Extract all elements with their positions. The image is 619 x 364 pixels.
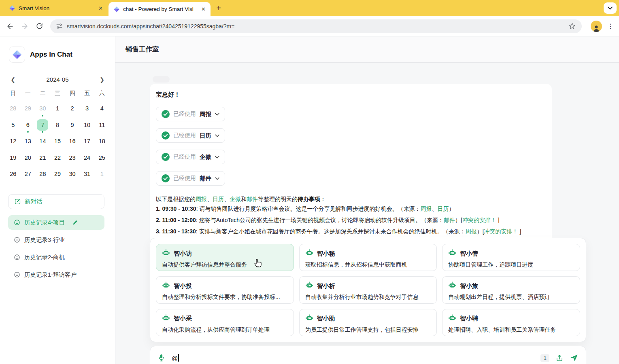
calendar-day[interactable]: 30	[65, 166, 80, 182]
calendar-day[interactable]: 29	[50, 166, 65, 182]
calendar-day[interactable]: 1	[50, 100, 65, 117]
agent-card[interactable]: 智小秘 获取招标信息，并从招标信息中获取商机	[299, 244, 437, 271]
close-icon[interactable]: ✕	[98, 5, 103, 11]
calendar-day[interactable]: 1	[94, 166, 109, 182]
calendar-day[interactable]: 13	[21, 133, 36, 150]
calendar-day[interactable]: 25	[94, 150, 109, 166]
back-icon[interactable]	[5, 21, 15, 32]
upload-icon[interactable]	[555, 354, 564, 362]
inline-link[interactable]: 日历	[213, 196, 224, 202]
agent-card[interactable]: 智小旅 自动规划出差日程，提供机票、酒店预订	[442, 276, 580, 303]
text-segment: ]	[518, 228, 521, 235]
browser-menu-icon[interactable]: ⋮	[607, 21, 614, 32]
calendar-day[interactable]: 15	[50, 133, 65, 150]
site-settings-icon[interactable]	[56, 23, 63, 30]
calendar-day[interactable]: 31	[80, 166, 95, 182]
mic-icon[interactable]	[157, 353, 165, 362]
calendar-day[interactable]: 16	[65, 133, 80, 150]
calendar-day[interactable]: 28	[6, 100, 21, 117]
inline-link[interactable]: 日历	[437, 205, 449, 212]
text-segment: 、	[224, 196, 230, 202]
calendar-day[interactable]: 28	[35, 166, 50, 182]
url-text: smartvision.dcclouds.com/appsinchat/2404…	[67, 23, 568, 30]
agent-card[interactable]: 智小访 自动提供客户拜访信息并整合服务	[156, 244, 294, 271]
chat-smiley-icon	[14, 271, 20, 278]
calendar-day[interactable]: 21	[35, 150, 50, 166]
calendar-day[interactable]: 5	[6, 117, 21, 133]
url-bar[interactable]: smartvision.dcclouds.com/appsinchat/2404…	[50, 19, 582, 33]
text-caret	[178, 354, 179, 362]
calendar-day[interactable]: 26	[6, 166, 21, 182]
check-circle-icon	[162, 131, 170, 140]
calendar-day[interactable]: 14	[35, 133, 50, 150]
chat-input-text[interactable]: @	[172, 355, 178, 362]
calendar-prev-icon[interactable]: ❮	[10, 76, 16, 83]
calendar-day[interactable]: 22	[50, 150, 65, 166]
profile-avatar[interactable]	[591, 21, 602, 32]
history-list: 历史记录4-项目 历史记录3-行业 历史记录2-商机	[8, 215, 104, 285]
history-item[interactable]: 历史记录2-商机	[8, 250, 104, 265]
agent-card[interactable]: 智小助 为员工提供日常工作管理支持，包括日程安排	[299, 309, 437, 336]
edit-pencil-icon[interactable]	[72, 220, 78, 226]
calendar-day[interactable]: 6	[21, 117, 36, 133]
calendar-day[interactable]: 30	[35, 100, 50, 117]
agent-card[interactable]: 智小析 自动收集并分析行业市场趋势和竞争对手信息	[299, 276, 437, 303]
pill-tool-name: 邮件	[200, 175, 211, 182]
agent-card[interactable]: 智小投 自动整理和分析投标文件要求，协助准备投标...	[156, 276, 294, 303]
calendar-month-label: 2024-05	[46, 76, 68, 83]
tool-used-pill[interactable]: 已经使用 日历	[156, 128, 225, 143]
calendar-day[interactable]: 10	[80, 117, 95, 133]
history-item[interactable]: 历史记录3-行业	[8, 233, 104, 247]
inline-link[interactable]: 邮件	[247, 196, 258, 202]
tool-used-pill[interactable]: 已经使用 邮件	[156, 171, 225, 186]
calendar-day[interactable]: 2	[65, 100, 80, 117]
bookmark-star-icon[interactable]	[568, 22, 576, 30]
inline-link[interactable]: 周报	[466, 228, 477, 235]
calendar-day[interactable]: 4	[94, 100, 109, 117]
inline-link[interactable]: 冲突的安排！	[484, 228, 518, 235]
calendar-day[interactable]: 20	[21, 150, 36, 166]
inline-link[interactable]: 邮件	[444, 217, 455, 223]
tool-used-pill[interactable]: 已经使用 周报	[156, 107, 225, 121]
calendar-day[interactable]: 27	[21, 166, 36, 182]
calendar-next-icon[interactable]: ❯	[99, 76, 105, 83]
agent-card[interactable]: 智小聘 处理招聘、入职、培训和员工关系管理任务	[442, 309, 580, 336]
calendar-day[interactable]: 18	[94, 133, 109, 150]
chat-input-bar[interactable]: @ 1	[150, 346, 586, 364]
calendar-day[interactable]: 11	[94, 117, 109, 133]
browser-tab-smart-vision[interactable]: Smart Vision ✕	[4, 0, 108, 16]
new-chat-button[interactable]: 新对话	[8, 194, 104, 209]
reload-icon[interactable]	[34, 21, 45, 32]
text-segment: ）[	[455, 217, 462, 223]
tool-used-pill[interactable]: 已经使用 企微	[156, 150, 225, 164]
calendar-day[interactable]: 9	[65, 117, 80, 133]
history-item[interactable]: 历史记录1-拜访客户	[8, 267, 104, 282]
forward-icon[interactable]	[19, 21, 30, 32]
calendar-day[interactable]: 17	[80, 133, 95, 150]
inline-link[interactable]: 企微	[230, 196, 241, 202]
calendar-weekday: 一	[21, 90, 36, 97]
mouse-cursor-hand	[252, 258, 263, 269]
tab-list-chevron-icon[interactable]	[604, 2, 617, 14]
calendar-day[interactable]: 29	[21, 100, 36, 117]
calendar-day[interactable]: 19	[6, 150, 21, 166]
calendar-day[interactable]: 24	[80, 150, 95, 166]
calendar-header: ❮ 2024-05 ❯	[10, 76, 105, 83]
inline-link[interactable]: 冲突的安排！	[462, 217, 496, 223]
agent-card[interactable]: 智小管 协助项目管理工作，追踪项目进度	[442, 244, 580, 271]
browser-tab-chat[interactable]: chat - Powered by Smart Visi ✕	[108, 2, 211, 16]
diamond-favicon	[9, 5, 15, 11]
pill-status-label: 已经使用	[173, 175, 196, 182]
calendar-day[interactable]: 8	[50, 117, 65, 133]
calendar-day[interactable]: 7	[35, 117, 50, 133]
calendar-day[interactable]: 23	[65, 150, 80, 166]
calendar-day[interactable]: 12	[6, 133, 21, 150]
send-icon[interactable]	[570, 353, 579, 362]
calendar-day[interactable]: 3	[80, 100, 95, 117]
inline-link[interactable]: 周报	[420, 205, 432, 212]
inline-link[interactable]: 周报	[196, 196, 207, 202]
close-icon[interactable]: ✕	[201, 6, 206, 12]
new-tab-icon[interactable]: +	[214, 3, 223, 13]
history-item[interactable]: 历史记录4-项目	[8, 215, 104, 230]
agent-card[interactable]: 智小采 自动化采购流程，从供应商管理到订单处理	[156, 309, 294, 336]
